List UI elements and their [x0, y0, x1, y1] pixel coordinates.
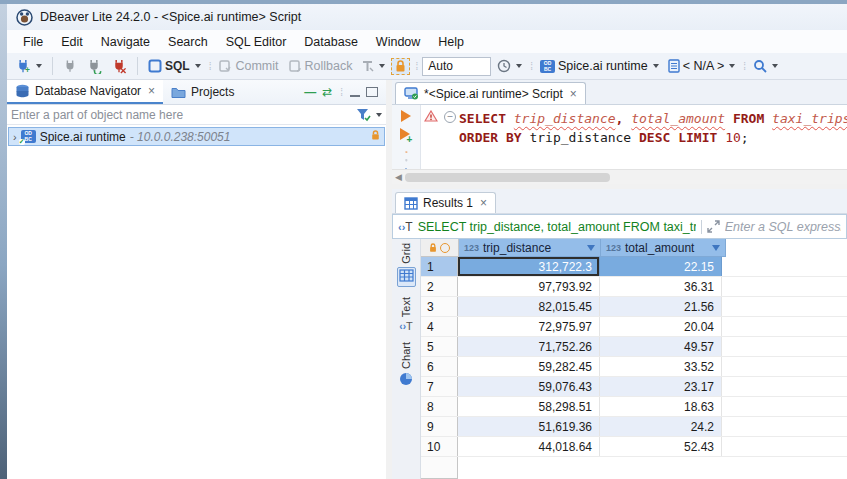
- execute-script-icon[interactable]: [399, 151, 414, 153]
- close-icon[interactable]: ×: [148, 84, 155, 98]
- tx-mode-combo[interactable]: Auto: [422, 57, 491, 76]
- reconnect-button[interactable]: [83, 57, 105, 76]
- table-row[interactable]: 1312,722.322.15: [421, 257, 847, 277]
- connection-lock-toggle[interactable]: [391, 58, 410, 75]
- expand-chevron-icon[interactable]: ›: [13, 131, 17, 143]
- row-number[interactable]: 6: [421, 357, 458, 376]
- scroll-left-icon[interactable]: ◀: [392, 172, 405, 182]
- rollback-button[interactable]: Rollback: [285, 57, 356, 75]
- column-header-trip-distance[interactable]: 123 trip_distance: [459, 239, 601, 257]
- sort-dropdown-icon[interactable]: [712, 245, 720, 251]
- disconnect-button[interactable]: [108, 57, 130, 76]
- tab-sql-script[interactable]: *<Spice.ai runtime> Script ×: [395, 82, 586, 104]
- cell-trip-distance[interactable]: 82,015.45: [458, 297, 600, 316]
- cell-total-amount[interactable]: 21.56: [600, 297, 722, 316]
- table-row[interactable]: 472,975.9720.04: [421, 317, 847, 337]
- row-number[interactable]: 9: [421, 417, 458, 436]
- transaction-mode-button[interactable]: [358, 58, 388, 75]
- filter-funnel-icon[interactable]: [356, 108, 371, 122]
- menu-item-navigate[interactable]: Navigate: [92, 32, 159, 52]
- menu-item-search[interactable]: Search: [159, 32, 217, 52]
- commit-button[interactable]: Commit: [215, 57, 281, 75]
- menu-item-help[interactable]: Help: [429, 32, 473, 52]
- scrollbar-thumb[interactable]: [405, 173, 610, 182]
- minimize-view-icon[interactable]: —: [304, 85, 316, 99]
- cell-trip-distance[interactable]: 58,298.51: [458, 397, 600, 416]
- column-header-total-amount[interactable]: 123 total_amount: [601, 239, 726, 257]
- tab-database-navigator[interactable]: Database Navigator ×: [7, 80, 163, 104]
- cell-trip-distance[interactable]: 59,076.43: [458, 377, 600, 396]
- close-icon[interactable]: ×: [570, 87, 577, 101]
- menu-item-edit[interactable]: Edit: [52, 32, 92, 52]
- warning-icon[interactable]: [424, 110, 438, 125]
- cell-trip-distance[interactable]: 72,975.97: [458, 317, 600, 336]
- row-number[interactable]: 7: [421, 377, 458, 396]
- cell-total-amount[interactable]: 24.2: [600, 417, 722, 436]
- navigator-filter[interactable]: Enter a part of object name here: [7, 105, 386, 125]
- cell-trip-distance[interactable]: 71,752.26: [458, 337, 600, 356]
- sql-editor-button[interactable]: SQL: [145, 57, 204, 75]
- tab-grid[interactable]: Grid: [397, 243, 416, 287]
- cell-total-amount[interactable]: 20.04: [600, 317, 722, 336]
- row-number[interactable]: 10: [421, 437, 458, 456]
- cell-trip-distance[interactable]: 44,018.64: [458, 437, 600, 456]
- connection-selector[interactable]: ODBC Spice.ai runtime: [537, 57, 662, 75]
- execute-new-tab-button[interactable]: +: [400, 128, 413, 145]
- expand-icon[interactable]: [707, 220, 720, 233]
- results-filter-bar[interactable]: ‹›T SELECT trip_distance, total_amount F…: [392, 214, 847, 239]
- close-icon[interactable]: ×: [480, 196, 487, 210]
- results-side-tabs: Grid Text ‹›T Chart: [392, 239, 421, 479]
- cell-total-amount[interactable]: 23.17: [600, 377, 722, 396]
- table-row[interactable]: 659,282.4533.52: [421, 357, 847, 377]
- chevron-down-icon[interactable]: [376, 113, 382, 117]
- menu-item-window[interactable]: Window: [367, 32, 429, 52]
- cell-total-amount[interactable]: 22.15: [600, 257, 722, 276]
- table-row[interactable]: 1044,018.6452.43: [421, 437, 847, 457]
- new-connection-button[interactable]: +: [12, 57, 45, 76]
- view-menu-icon[interactable]: ⁞: [340, 87, 342, 98]
- cell-total-amount[interactable]: 52.43: [600, 437, 722, 456]
- cell-trip-distance[interactable]: 312,722.3: [458, 257, 600, 276]
- grid-corner-cell[interactable]: [421, 239, 459, 257]
- tree-item-connection[interactable]: › ODBC✓ Spice.ai runtime - 10.0.0.238:50…: [8, 127, 385, 146]
- tab-results-1[interactable]: Results 1 ×: [395, 192, 496, 213]
- fold-collapse-icon[interactable]: –: [444, 111, 456, 123]
- minimize-panel-icon[interactable]: [350, 88, 360, 97]
- table-row[interactable]: 858,298.5118.63: [421, 397, 847, 417]
- table-row[interactable]: 382,015.4521.56: [421, 297, 847, 317]
- row-number[interactable]: 8: [421, 397, 458, 416]
- cell-trip-distance[interactable]: 51,619.36: [458, 417, 600, 436]
- row-number[interactable]: 5: [421, 337, 458, 356]
- maximize-panel-icon[interactable]: [366, 87, 378, 97]
- database-selector[interactable]: < N/A >: [665, 57, 739, 75]
- editor-horizontal-scrollbar[interactable]: ◀: [392, 169, 847, 184]
- connect-button[interactable]: [60, 57, 80, 76]
- tab-projects[interactable]: Projects: [163, 80, 242, 104]
- sort-dropdown-icon[interactable]: [587, 245, 595, 251]
- cell-total-amount[interactable]: 33.52: [600, 357, 722, 376]
- row-number[interactable]: 3: [421, 297, 458, 316]
- execute-statement-button[interactable]: [401, 110, 411, 122]
- row-number[interactable]: 2: [421, 277, 458, 296]
- cell-trip-distance[interactable]: 97,793.92: [458, 277, 600, 296]
- menu-item-database[interactable]: Database: [295, 32, 367, 52]
- table-row[interactable]: 571,752.2649.57: [421, 337, 847, 357]
- menu-item-sql-editor[interactable]: SQL Editor: [217, 32, 296, 52]
- table-row[interactable]: 297,793.9236.31: [421, 277, 847, 297]
- link-editor-icon[interactable]: ⇄: [322, 85, 332, 99]
- table-row[interactable]: 759,076.4323.17: [421, 377, 847, 397]
- cell-total-amount[interactable]: 36.31: [600, 277, 722, 296]
- tab-text[interactable]: Text ‹›T: [399, 297, 412, 332]
- table-row[interactable]: 951,619.3624.2: [421, 417, 847, 437]
- row-number[interactable]: 1: [421, 257, 458, 276]
- tx-history-button[interactable]: [494, 57, 525, 75]
- tab-chart[interactable]: Chart: [399, 342, 413, 389]
- script-icon[interactable]: [399, 159, 414, 161]
- search-button[interactable]: [750, 57, 781, 75]
- cell-trip-distance[interactable]: 59,282.45: [458, 357, 600, 376]
- row-number[interactable]: 4: [421, 317, 458, 336]
- cell-total-amount[interactable]: 18.63: [600, 397, 722, 416]
- sql-code[interactable]: SELECT trip_distance, total_amount FROM …: [459, 105, 847, 169]
- cell-total-amount[interactable]: 49.57: [600, 337, 722, 356]
- menu-item-file[interactable]: File: [14, 32, 52, 52]
